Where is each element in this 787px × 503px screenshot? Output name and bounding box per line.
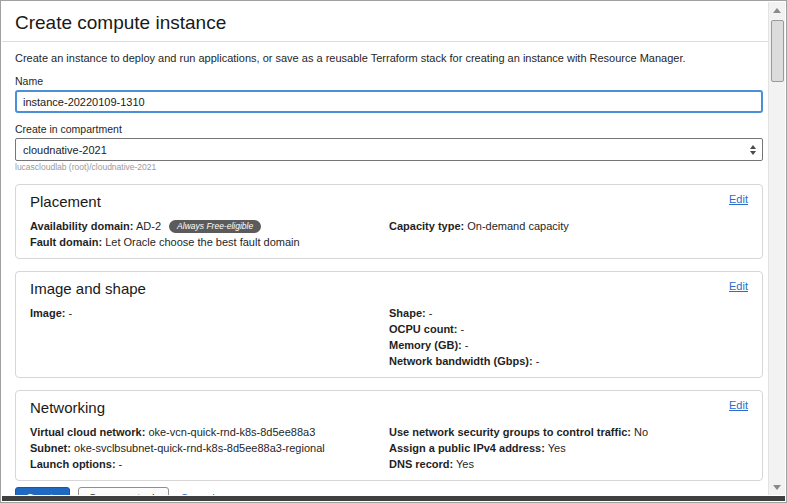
subnet-field: Subnet: oke-svclbsubnet-quick-rnd-k8s-8d… bbox=[30, 440, 379, 456]
availability-domain-field: Availability domain: AD-2 Always Free-el… bbox=[30, 218, 379, 234]
placement-section: Placement Edit Availability domain: AD-2… bbox=[15, 184, 763, 259]
field-value: oke-vcn-quick-rnd-k8s-8d5ee88a3 bbox=[148, 426, 315, 438]
field-value: - bbox=[465, 339, 469, 351]
field-label: Availability domain: bbox=[30, 220, 134, 232]
page-title: Create compute instance bbox=[15, 12, 763, 33]
image-shape-section-title: Image and shape bbox=[30, 280, 146, 297]
field-label: Fault domain: bbox=[30, 236, 102, 248]
field-value: - bbox=[461, 323, 465, 335]
field-value: AD-2 bbox=[136, 220, 161, 232]
create-button[interactable]: Create bbox=[15, 487, 70, 495]
field-label: Subnet: bbox=[30, 442, 71, 454]
image-field: Image: - bbox=[30, 305, 379, 321]
compartment-select[interactable]: cloudnative-2021 bbox=[15, 138, 763, 161]
networking-section-header: Networking Edit bbox=[30, 399, 748, 416]
field-value: Yes bbox=[548, 442, 566, 454]
action-bar: Create Save as stack Cancel bbox=[15, 487, 763, 495]
memory-field: Memory (GB): - bbox=[389, 337, 748, 353]
nsg-field: Use network security groups to control t… bbox=[389, 424, 748, 440]
field-label: DNS record: bbox=[389, 458, 453, 470]
public-ip-field: Assign a public IPv4 address: Yes bbox=[389, 440, 748, 456]
field-label: Capacity type: bbox=[389, 220, 464, 232]
capacity-type-field: Capacity type: On-demand capacity bbox=[389, 218, 748, 234]
placement-section-header: Placement Edit bbox=[30, 193, 748, 210]
network-bandwidth-field: Network bandwidth (Gbps): - bbox=[389, 353, 748, 369]
name-label: Name bbox=[15, 75, 763, 87]
compartment-select-value: cloudnative-2021 bbox=[23, 144, 107, 156]
field-label: Image: bbox=[30, 307, 65, 319]
networking-section: Networking Edit Virtual cloud network: o… bbox=[15, 390, 763, 481]
always-free-badge: Always Free-eligible bbox=[169, 220, 261, 233]
save-as-stack-button[interactable]: Save as stack bbox=[78, 487, 168, 495]
field-value: Yes bbox=[456, 458, 474, 470]
page-description: Create an instance to deploy and run app… bbox=[15, 52, 763, 65]
launch-options-field: Launch options: - bbox=[30, 456, 379, 472]
compartment-path: lucascloudlab (root)/cloudnative-2021 bbox=[15, 163, 763, 172]
vertical-scrollbar[interactable] bbox=[768, 2, 785, 495]
field-value: - bbox=[536, 355, 540, 367]
dns-record-field: DNS record: Yes bbox=[389, 456, 748, 472]
field-value: No bbox=[634, 426, 648, 438]
instance-name-input[interactable] bbox=[15, 90, 763, 113]
ocpu-count-field: OCPU count: - bbox=[389, 321, 748, 337]
field-label: Use network security groups to control t… bbox=[389, 426, 631, 438]
field-label: Memory (GB): bbox=[389, 339, 462, 351]
select-spinner-icon bbox=[748, 145, 758, 155]
page-content: Create compute instance Create an instan… bbox=[2, 2, 768, 495]
compartment-label: Create in compartment bbox=[15, 123, 763, 135]
field-label: Network bandwidth (Gbps): bbox=[389, 355, 533, 367]
image-shape-fields: Image: - Shape: - OCPU count: - Memory (… bbox=[30, 305, 748, 369]
networking-edit-link[interactable]: Edit bbox=[729, 399, 748, 412]
image-shape-section: Image and shape Edit Image: - Shape: - bbox=[15, 271, 763, 378]
networking-section-title: Networking bbox=[30, 399, 105, 416]
field-label: Virtual cloud network: bbox=[30, 426, 145, 438]
field-value: Let Oracle choose the best fault domain bbox=[105, 236, 299, 248]
cancel-link[interactable]: Cancel bbox=[181, 492, 215, 495]
field-value: On-demand capacity bbox=[467, 220, 569, 232]
networking-fields: Virtual cloud network: oke-vcn-quick-rnd… bbox=[30, 424, 748, 472]
image-shape-edit-link[interactable]: Edit bbox=[729, 280, 748, 293]
shape-field: Shape: - bbox=[389, 305, 748, 321]
scroll-thumb[interactable] bbox=[771, 20, 784, 82]
fault-domain-field: Fault domain: Let Oracle choose the best… bbox=[30, 234, 379, 250]
field-label: Shape: bbox=[389, 307, 426, 319]
window-bottom-edge bbox=[2, 496, 785, 501]
field-label: OCPU count: bbox=[389, 323, 457, 335]
vcn-field: Virtual cloud network: oke-vcn-quick-rnd… bbox=[30, 424, 379, 440]
scroll-up-icon[interactable] bbox=[769, 2, 786, 18]
app-window: Create compute instance Create an instan… bbox=[0, 0, 787, 503]
field-label: Assign a public IPv4 address: bbox=[389, 442, 545, 454]
scroll-down-icon[interactable] bbox=[769, 479, 786, 495]
image-shape-section-header: Image and shape Edit bbox=[30, 280, 748, 297]
placement-fields: Availability domain: AD-2 Always Free-el… bbox=[30, 218, 748, 250]
field-value: - bbox=[69, 307, 73, 319]
placement-section-title: Placement bbox=[30, 193, 101, 210]
field-value: - bbox=[429, 307, 433, 319]
placement-edit-link[interactable]: Edit bbox=[729, 193, 748, 206]
field-label: Launch options: bbox=[30, 458, 116, 470]
field-value: - bbox=[119, 458, 123, 470]
field-value: oke-svclbsubnet-quick-rnd-k8s-8d5ee88a3-… bbox=[74, 442, 325, 454]
title-divider bbox=[2, 41, 768, 42]
